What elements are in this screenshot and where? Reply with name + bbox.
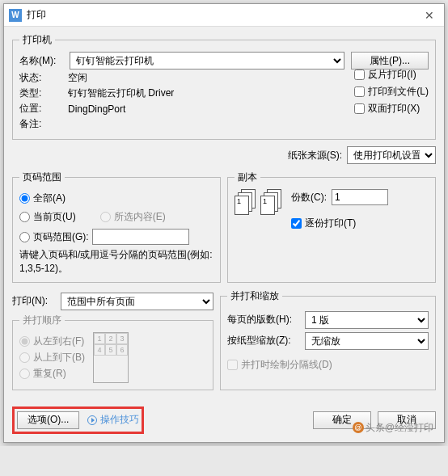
- printwhat-label: 打印(N):: [12, 294, 56, 308]
- fit-select[interactable]: 无缩放: [305, 332, 429, 350]
- tips-link[interactable]: 操作技巧: [87, 413, 139, 427]
- range-current-radio[interactable]: 当前页(U): [19, 210, 76, 224]
- comment-label: 备注:: [19, 117, 63, 131]
- options-button[interactable]: 选项(O)...: [17, 411, 79, 429]
- scale-legend: 并打和缩放: [227, 289, 282, 303]
- titlebar: W 打印 ✕: [4, 4, 444, 27]
- order-tb-radio: 从上到下(B): [19, 351, 85, 364]
- scale-group: 并打和缩放 每页的版数(H):1 版 按纸型缩放(Z):无缩放 并打时绘制分隔线…: [220, 289, 436, 390]
- range-legend: 页码范围: [19, 171, 65, 184]
- copies-input[interactable]: [332, 189, 388, 205]
- per-label: 每页的版数(H):: [227, 313, 300, 326]
- range-pages-radio[interactable]: 页码范围(G):: [19, 229, 213, 245]
- printwhat-select[interactable]: 范围中所有页面: [61, 293, 213, 310]
- cancel-button[interactable]: 取消: [378, 411, 436, 429]
- ok-button[interactable]: 确定: [313, 411, 371, 429]
- reverse-checkbox[interactable]: 反片打印(I): [354, 68, 429, 82]
- printer-legend: 打印机: [19, 33, 55, 47]
- collate-icon: 321 321: [235, 189, 283, 217]
- printer-name-select[interactable]: 钉钉智能云打印机: [70, 52, 344, 70]
- order-legend: 并打顺序: [19, 314, 65, 327]
- duplex-checkbox[interactable]: 双面打印(X): [354, 102, 429, 116]
- type-label: 类型:: [19, 86, 63, 100]
- tofile-checkbox[interactable]: 打印到文件(L): [354, 85, 429, 99]
- copies-group: 副本 321 321 份数(C): 逐份打印(T): [227, 171, 436, 283]
- separator-checkbox: 并打时绘制分隔线(D): [227, 358, 429, 372]
- properties-button[interactable]: 属性(P)...: [351, 52, 429, 70]
- copies-legend: 副本: [235, 171, 260, 184]
- where-label: 位置:: [19, 102, 63, 116]
- copies-label: 份数(C):: [291, 191, 327, 204]
- type-value: 钉钉智能云打印机 Driver: [68, 86, 174, 100]
- order-repeat-radio: 重复(R): [19, 367, 85, 381]
- order-lr-radio: 从左到右(F): [19, 335, 85, 348]
- status-label: 状态:: [19, 71, 63, 85]
- range-selection-radio: 所选内容(E): [100, 210, 166, 224]
- name-label: 名称(M):: [19, 54, 63, 68]
- window-title: 打印: [27, 8, 420, 22]
- close-icon[interactable]: ✕: [420, 9, 439, 22]
- printer-group: 打印机 名称(M): 钉钉智能云打印机 属性(P)... 状态:空闲 类型:钉钉…: [12, 33, 436, 140]
- fit-label: 按纸型缩放(Z):: [227, 334, 300, 348]
- order-group: 并打顺序 从左到右(F) 从上到下(B) 重复(R) 123456: [12, 314, 213, 390]
- collate-checkbox[interactable]: 逐份打印(T): [291, 217, 429, 230]
- range-hint: 请键入页码和/或用逗号分隔的页码范围(例如: 1,3,5-12)。: [19, 248, 213, 276]
- range-all-radio[interactable]: 全部(A): [19, 192, 213, 205]
- highlight-box: 选项(O)... 操作技巧: [12, 406, 144, 434]
- print-dialog: W 打印 ✕ 打印机 名称(M): 钉钉智能云打印机 属性(P)... 状态:空…: [3, 3, 445, 443]
- range-pages-input[interactable]: [92, 229, 189, 245]
- paper-source-label: 纸张来源(S):: [288, 149, 342, 162]
- order-grid-icon: 123456: [93, 332, 129, 383]
- status-value: 空闲: [68, 71, 87, 85]
- range-group: 页码范围 全部(A) 当前页(U) 所选内容(E) 页码范围(G): 请键入页码…: [12, 171, 221, 283]
- per-select[interactable]: 1 版: [305, 311, 429, 329]
- app-icon: W: [9, 9, 22, 22]
- where-value: DingDingPort: [68, 103, 125, 115]
- paper-source-select[interactable]: 使用打印机设置: [347, 146, 436, 164]
- play-icon: [87, 415, 97, 425]
